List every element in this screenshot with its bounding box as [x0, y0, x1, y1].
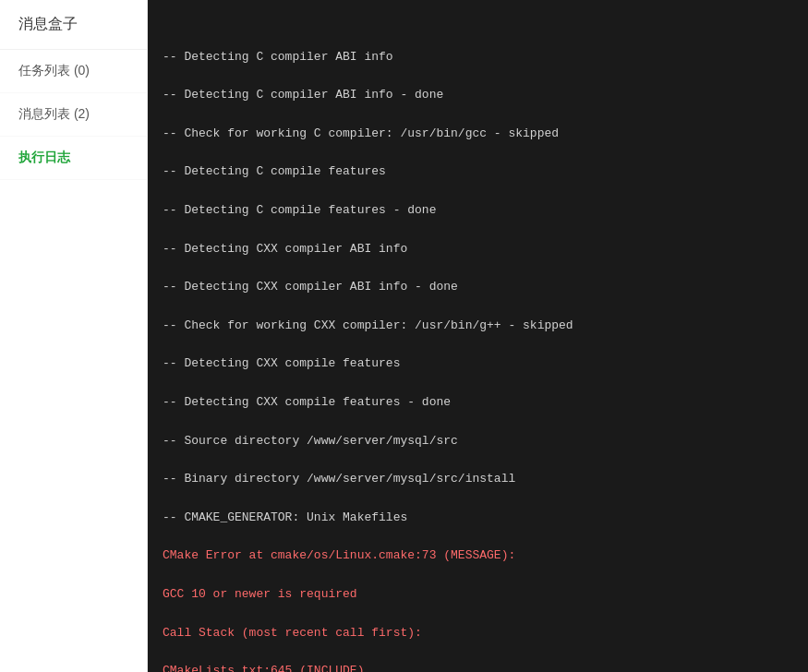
log-line: -- Check for working CXX compiler: /usr/… — [163, 317, 793, 336]
log-line: -- Check for working C compiler: /usr/bi… — [163, 125, 793, 144]
log-line: -- Detecting CXX compile features - done — [163, 393, 793, 413]
log-line: Call Stack (most recent call first): — [163, 624, 793, 643]
log-line: CMake Error at cmake/os/Linux.cmake:73 (… — [163, 546, 793, 566]
sidebar-item-message-list[interactable]: 消息列表 (2) — [0, 93, 147, 137]
sidebar-item-exec-log[interactable]: 执行日志 — [0, 137, 147, 180]
log-line: -- Detecting C compile features — [163, 162, 793, 182]
log-line: -- Detecting CXX compile features — [163, 354, 793, 374]
log-line: GCC 10 or newer is required — [163, 585, 793, 605]
log-container[interactable]: -- Detecting C compiler ABI info -- Dete… — [148, 0, 808, 672]
log-line: -- Detecting CXX compiler ABI info - don… — [163, 278, 793, 297]
sidebar-item-task-list[interactable]: 任务列表 (0) — [0, 50, 147, 93]
log-line: -- Binary directory /www/server/mysql/sr… — [163, 470, 793, 489]
log-line: -- CMAKE_GENERATOR: Unix Makefiles — [163, 509, 793, 528]
sidebar: 消息盒子 任务列表 (0) 消息列表 (2) 执行日志 — [0, 0, 148, 672]
log-line: -- Detecting C compiler ABI info - done — [163, 86, 793, 105]
log-line: -- Source directory /www/server/mysql/sr… — [163, 432, 793, 451]
main-content: -- Detecting C compiler ABI info -- Dete… — [148, 0, 808, 672]
log-line: -- Detecting C compile features - done — [163, 201, 793, 221]
log-line: -- Detecting CXX compiler ABI info — [163, 240, 793, 259]
sidebar-title: 消息盒子 — [0, 0, 147, 50]
log-line: -- Detecting C compiler ABI info — [163, 48, 793, 67]
log-line: CMakeLists.txt:645 (INCLUDE) — [163, 662, 793, 672]
